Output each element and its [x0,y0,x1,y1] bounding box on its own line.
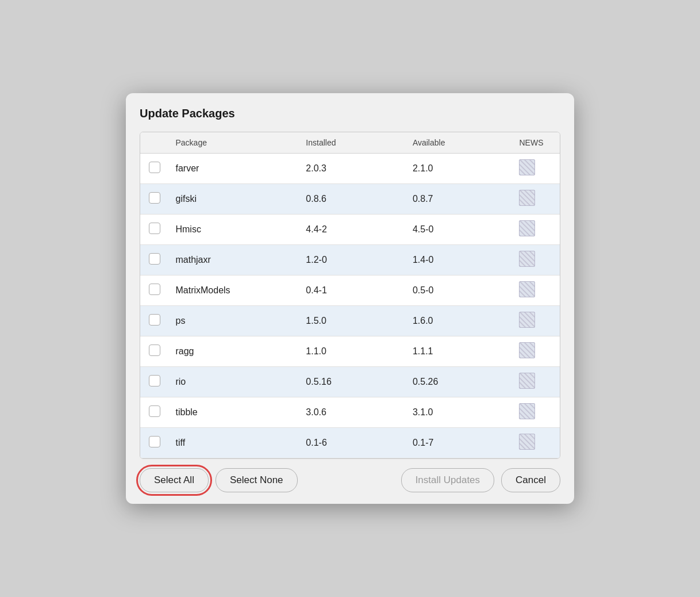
update-packages-dialog: Update Packages Package Installed Availa… [126,93,574,504]
table-row: MatrixModels0.4-10.5-0 [140,275,560,306]
table-header-row: Package Installed Available NEWS [140,132,560,154]
cancel-button[interactable]: Cancel [501,468,560,492]
available-version: 1.4-0 [406,245,513,275]
col-header-installed: Installed [299,132,406,154]
row-checkbox-cell [140,184,168,215]
installed-version: 1.5.0 [299,306,406,336]
row-checkbox-cell [140,154,168,184]
table-row: farver2.0.32.1.0 [140,154,560,184]
available-version: 1.6.0 [406,306,513,336]
dialog-title: Update Packages [140,107,560,123]
row-checkbox-cell [140,306,168,336]
news-icon[interactable] [519,281,535,297]
footer-right: Install Updates Cancel [401,468,560,492]
package-name: farver [168,154,299,184]
package-checkbox[interactable] [149,284,160,295]
news-cell[interactable] [512,306,560,336]
package-checkbox[interactable] [149,436,160,447]
package-checkbox[interactable] [149,314,160,326]
news-cell[interactable] [512,184,560,215]
packages-table-scroll[interactable]: Package Installed Available NEWS farver2… [140,132,560,458]
packages-table-container: Package Installed Available NEWS farver2… [140,132,560,459]
available-version: 0.5.26 [406,367,513,397]
news-cell[interactable] [512,397,560,428]
col-header-available: Available [406,132,513,154]
table-row: tiff0.1-60.1-7 [140,428,560,458]
packages-table-body: farver2.0.32.1.0gifski0.8.60.8.7Hmisc4.4… [140,154,560,458]
package-checkbox[interactable] [149,223,160,234]
row-checkbox-cell [140,275,168,306]
news-icon[interactable] [519,220,535,236]
news-cell[interactable] [512,428,560,458]
news-cell[interactable] [512,336,560,367]
row-checkbox-cell [140,245,168,275]
news-cell[interactable] [512,275,560,306]
package-name: tiff [168,428,299,458]
package-name: ps [168,306,299,336]
installed-version: 1.2-0 [299,245,406,275]
package-checkbox[interactable] [149,192,160,204]
news-cell[interactable] [512,215,560,245]
table-row: tibble3.0.63.1.0 [140,397,560,428]
installed-version: 0.4-1 [299,275,406,306]
select-none-button[interactable]: Select None [216,468,298,492]
installed-version: 1.1.0 [299,336,406,367]
available-version: 1.1.1 [406,336,513,367]
row-checkbox-cell [140,215,168,245]
news-icon[interactable] [519,434,535,450]
installed-version: 0.1-6 [299,428,406,458]
news-cell[interactable] [512,367,560,397]
package-name: ragg [168,336,299,367]
table-row: mathjaxr1.2-01.4-0 [140,245,560,275]
available-version: 3.1.0 [406,397,513,428]
package-checkbox[interactable] [149,345,160,356]
col-header-news: NEWS [512,132,560,154]
news-icon[interactable] [519,251,535,267]
package-name: tibble [168,397,299,428]
installed-version: 3.0.6 [299,397,406,428]
row-checkbox-cell [140,367,168,397]
package-name: gifski [168,184,299,215]
packages-table: Package Installed Available NEWS farver2… [140,132,560,458]
available-version: 0.8.7 [406,184,513,215]
table-row: Hmisc4.4-24.5-0 [140,215,560,245]
available-version: 0.5-0 [406,275,513,306]
package-name: rio [168,367,299,397]
col-header-checkbox [140,132,168,154]
news-icon[interactable] [519,159,535,175]
package-name: mathjaxr [168,245,299,275]
news-icon[interactable] [519,190,535,206]
installed-version: 2.0.3 [299,154,406,184]
table-row: ps1.5.01.6.0 [140,306,560,336]
package-checkbox[interactable] [149,375,160,386]
installed-version: 0.5.16 [299,367,406,397]
news-cell[interactable] [512,245,560,275]
news-icon[interactable] [519,403,535,419]
table-row: gifski0.8.60.8.7 [140,184,560,215]
news-icon[interactable] [519,373,535,389]
package-name: Hmisc [168,215,299,245]
select-all-button[interactable]: Select All [140,468,209,492]
row-checkbox-cell [140,428,168,458]
row-checkbox-cell [140,397,168,428]
news-icon[interactable] [519,342,535,358]
table-row: ragg1.1.01.1.1 [140,336,560,367]
col-header-package: Package [168,132,299,154]
package-name: MatrixModels [168,275,299,306]
news-icon[interactable] [519,312,535,328]
row-checkbox-cell [140,336,168,367]
table-row: rio0.5.160.5.26 [140,367,560,397]
package-checkbox[interactable] [149,405,160,417]
news-cell[interactable] [512,154,560,184]
install-updates-button[interactable]: Install Updates [401,468,494,492]
footer: Select All Select None Install Updates C… [140,468,560,492]
installed-version: 0.8.6 [299,184,406,215]
available-version: 0.1-7 [406,428,513,458]
package-checkbox[interactable] [149,253,160,265]
available-version: 2.1.0 [406,154,513,184]
available-version: 4.5-0 [406,215,513,245]
installed-version: 4.4-2 [299,215,406,245]
package-checkbox[interactable] [149,162,160,173]
